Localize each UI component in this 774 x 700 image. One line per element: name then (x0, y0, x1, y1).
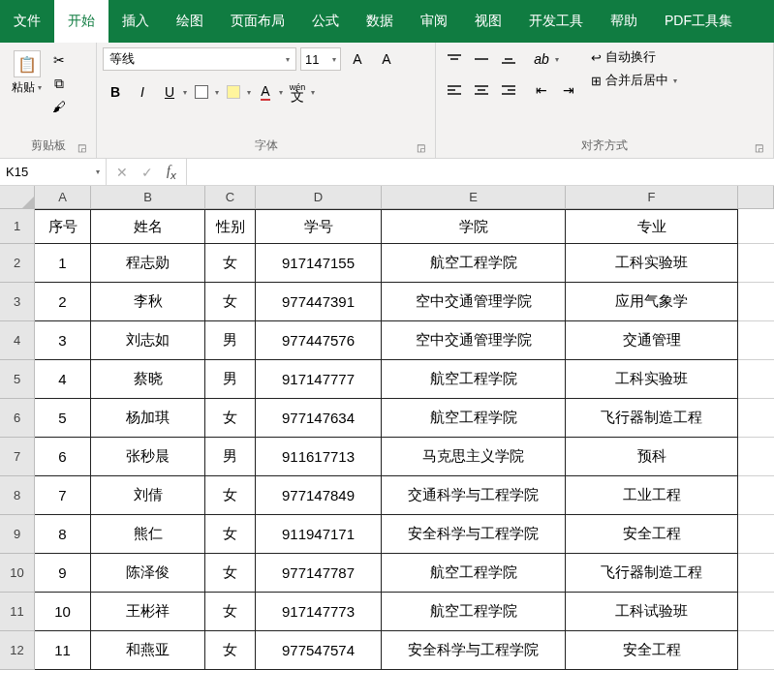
cell[interactable]: 飞行器制造工程 (566, 554, 738, 593)
bold-button[interactable]: B (103, 79, 128, 105)
cell[interactable]: 刘志如 (91, 321, 205, 360)
tab-pdf[interactable]: PDF工具集 (651, 0, 746, 43)
cell[interactable]: 男 (205, 360, 256, 399)
align-center-button[interactable] (469, 77, 494, 103)
cell[interactable]: 女 (205, 593, 256, 631)
cell[interactable]: 飞行器制造工程 (566, 399, 738, 438)
tab-file[interactable]: 文件 (0, 0, 54, 43)
cell[interactable] (738, 631, 774, 670)
cell[interactable]: 杨加琪 (91, 399, 205, 438)
row-header[interactable]: 1 (0, 209, 35, 244)
select-all-corner[interactable] (0, 186, 35, 208)
cell[interactable]: 姓名 (91, 209, 205, 244)
cell[interactable]: 工科试验班 (566, 593, 738, 631)
cell[interactable]: 女 (205, 283, 256, 321)
orientation-button[interactable]: ab (529, 46, 554, 72)
cell[interactable]: 977147849 (256, 476, 382, 515)
cell[interactable]: 6 (35, 438, 91, 476)
fontcolor-dd-icon[interactable]: ▾ (279, 88, 283, 97)
cancel-formula-icon[interactable]: ✕ (116, 165, 128, 180)
row-header[interactable]: 11 (0, 593, 35, 631)
row-header[interactable]: 7 (0, 438, 35, 476)
cell[interactable]: 977147787 (256, 554, 382, 593)
tab-formulas[interactable]: 公式 (298, 0, 353, 43)
copy-icon[interactable]: ⧉ (49, 74, 69, 93)
row-header[interactable]: 6 (0, 399, 35, 438)
phonetic-button[interactable]: wén文 (285, 79, 310, 105)
cell[interactable]: 女 (205, 399, 256, 438)
row-header[interactable]: 4 (0, 321, 35, 360)
row-header[interactable]: 3 (0, 283, 35, 321)
name-box[interactable]: K15▾ (0, 159, 107, 185)
cell[interactable]: 977547574 (256, 631, 382, 670)
cell[interactable]: 安全科学与工程学院 (382, 631, 566, 670)
cell[interactable]: 和燕亚 (91, 631, 205, 670)
cell[interactable]: 王彬祥 (91, 593, 205, 631)
cell[interactable] (738, 476, 774, 515)
tab-view[interactable]: 视图 (461, 0, 515, 43)
underline-button[interactable]: U (157, 79, 182, 105)
cell[interactable]: 安全工程 (566, 515, 738, 554)
cell[interactable] (738, 515, 774, 554)
cell[interactable]: 4 (35, 360, 91, 399)
cell[interactable] (738, 321, 774, 360)
row-header[interactable]: 12 (0, 631, 35, 670)
merge-dd-icon[interactable]: ▾ (673, 76, 677, 85)
cell[interactable]: 2 (35, 283, 91, 321)
align-middle-button[interactable] (469, 46, 494, 72)
cell[interactable]: 学院 (382, 209, 566, 244)
paste-dd-icon[interactable]: ▾ (38, 83, 42, 92)
cell[interactable] (738, 244, 774, 283)
cell[interactable]: 女 (205, 515, 256, 554)
cell[interactable]: 7 (35, 476, 91, 515)
italic-button[interactable]: I (130, 79, 155, 105)
cell[interactable]: 航空工程学院 (382, 360, 566, 399)
cell[interactable]: 工科实验班 (566, 244, 738, 283)
cell[interactable]: 交通科学与工程学院 (382, 476, 566, 515)
border-button[interactable] (189, 79, 214, 105)
cell[interactable]: 917147773 (256, 593, 382, 631)
cell[interactable]: 专业 (566, 209, 738, 244)
cell[interactable]: 977447391 (256, 283, 382, 321)
border-dd-icon[interactable]: ▾ (215, 88, 219, 97)
cell[interactable]: 3 (35, 321, 91, 360)
cell[interactable]: 女 (205, 554, 256, 593)
cell[interactable]: 应用气象学 (566, 283, 738, 321)
cell[interactable]: 蔡晓 (91, 360, 205, 399)
underline-dd-icon[interactable]: ▾ (183, 88, 187, 97)
cell[interactable]: 空中交通管理学院 (382, 283, 566, 321)
merge-center-button[interactable]: ⊞合并后居中▾ (591, 72, 677, 89)
tab-draw[interactable]: 绘图 (163, 0, 217, 43)
fill-dd-icon[interactable]: ▾ (247, 88, 251, 97)
fill-color-button[interactable] (221, 79, 246, 105)
align-top-button[interactable] (442, 46, 467, 72)
cell[interactable]: 女 (205, 244, 256, 283)
cell[interactable]: 预科 (566, 438, 738, 476)
wrap-text-button[interactable]: ↩自动换行 (591, 48, 677, 66)
align-launcher-icon[interactable]: ◲ (752, 140, 765, 154)
tab-insert[interactable]: 插入 (108, 0, 163, 43)
col-header-F[interactable]: F (566, 186, 738, 208)
confirm-formula-icon[interactable]: ✓ (141, 165, 153, 180)
cell[interactable] (738, 438, 774, 476)
cell[interactable]: 女 (205, 631, 256, 670)
orientation-dd-icon[interactable]: ▾ (555, 55, 559, 64)
cell[interactable]: 航空工程学院 (382, 554, 566, 593)
cell[interactable]: 1 (35, 244, 91, 283)
decrease-indent-button[interactable]: ⇤ (529, 77, 554, 103)
row-header[interactable]: 9 (0, 515, 35, 554)
row-header[interactable]: 8 (0, 476, 35, 515)
col-header-C[interactable]: C (205, 186, 256, 208)
cell[interactable]: 977147634 (256, 399, 382, 438)
cell[interactable]: 李秋 (91, 283, 205, 321)
decrease-font-icon[interactable]: A (374, 46, 399, 72)
formula-input[interactable] (187, 159, 774, 185)
tab-dev[interactable]: 开发工具 (515, 0, 597, 43)
cell[interactable]: 9 (35, 554, 91, 593)
row-header[interactable]: 5 (0, 360, 35, 399)
paste-label[interactable]: 粘贴 (12, 79, 35, 96)
cell[interactable]: 空中交通管理学院 (382, 321, 566, 360)
cell[interactable]: 性别 (205, 209, 256, 244)
col-header-G[interactable] (738, 186, 774, 208)
cell[interactable]: 学号 (256, 209, 382, 244)
